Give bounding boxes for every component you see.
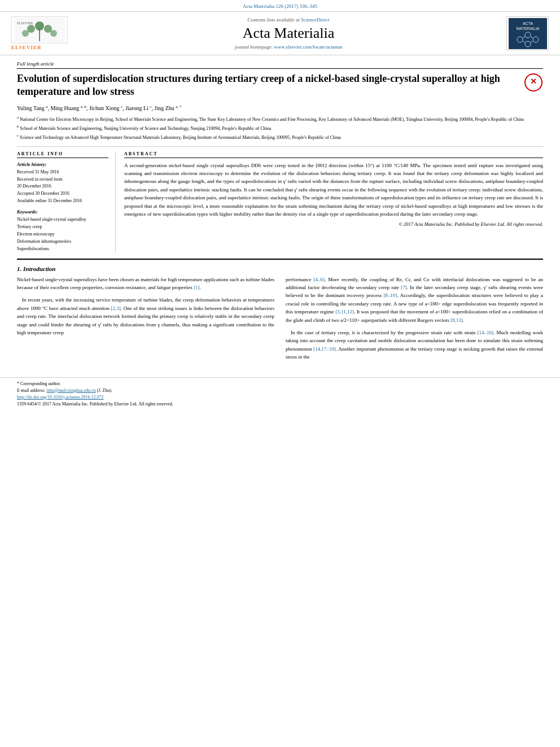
journal-url[interactable]: www.elsevier.com/locate/actamat xyxy=(274,44,342,50)
sciencedirect-link[interactable]: ScienceDirect xyxy=(301,17,329,23)
corresponding-author-note: * Corresponding author. xyxy=(17,381,543,386)
footer-copyright-text: 1359-6454/© 2017 Acta Materialia Inc. Pu… xyxy=(17,401,543,407)
affiliation-b: b School of Materials Science and Engine… xyxy=(17,124,543,132)
article-title-text: Evolution of superdislocation structures… xyxy=(17,72,523,99)
footer: * Corresponding author. E-mail address: … xyxy=(0,377,560,411)
intro-number: 1. xyxy=(17,265,23,272)
intro-label: Introduction xyxy=(23,265,55,272)
introduction-section: 1. Introduction Nickel-based single-crys… xyxy=(17,259,543,366)
journal-citation-bar: Acta Materialia 126 (2017) 336–345 xyxy=(0,0,560,12)
svg-point-3 xyxy=(35,21,44,30)
author-2-aff: a, b xyxy=(81,104,86,109)
abstract-copyright: © 2017 Acta Materialia Inc. Published by… xyxy=(124,221,543,227)
crossmark-badge: ✕ xyxy=(523,72,543,92)
ref-4-6[interactable]: [4–6] xyxy=(314,277,325,282)
keywords-label: Keywords: xyxy=(17,209,108,215)
svg-text:ACTA: ACTA xyxy=(522,21,532,25)
keyword-1: Nickel-based single-crystal superalloy xyxy=(17,216,108,223)
journal-citation: Acta Materialia 126 (2017) 336–345 xyxy=(243,3,317,9)
available-online-date: Available online 31 December 2016 xyxy=(17,198,108,204)
page: Acta Materialia 126 (2017) 336–345 ELSEV… xyxy=(0,0,560,747)
doi-line: http://dx.doi.org/10.1016/j.actamat.2016… xyxy=(17,395,543,400)
author-4: Jiarong Li xyxy=(125,105,148,111)
keyword-2: Tertiary creep xyxy=(17,224,108,230)
article-type: Full length article xyxy=(17,61,543,69)
email-line: E-mail address: jzhu@mail.tsinghua.edu.c… xyxy=(17,388,543,393)
accepted-date: Accepted 30 December 2016 xyxy=(17,190,108,197)
svg-point-6 xyxy=(22,30,29,37)
author-5: Jing Zhu xyxy=(155,105,174,111)
svg-text:ELSEVIER: ELSEVIER xyxy=(17,21,33,25)
keyword-4: Deformation inhomogeneities xyxy=(17,238,108,245)
author-5-aff: a, * xyxy=(176,104,181,109)
elsevier-brand-text: ELSEVIER xyxy=(11,45,42,50)
abstract-text: A second-generation nickel-based single … xyxy=(124,161,543,219)
doi-link[interactable]: http://dx.doi.org/10.1016/j.actamat.2016… xyxy=(17,395,103,400)
affiliation-c: c Science and Technology on Advanced Hig… xyxy=(17,133,543,141)
svg-point-7 xyxy=(50,30,57,37)
article-body: Full length article Evolution of superdi… xyxy=(0,55,560,377)
intro-right-col: performance [4–6]. More recently, the co… xyxy=(286,276,543,366)
received-revised-date: Received in revised form 20 December 201… xyxy=(17,176,108,190)
affiliation-a: a National Center for Electron Microscop… xyxy=(17,115,543,123)
author-3: Jichun Xiong xyxy=(89,105,120,111)
authors-line: Yuling Tang a, Ming Huang a, b, Jichun X… xyxy=(17,104,543,111)
intro-para-2: In recent years, with the increasing ser… xyxy=(17,296,274,337)
author-4-aff: c xyxy=(150,104,151,109)
elsevier-tree-image: ELSEVIER xyxy=(11,16,68,43)
intro-para-4: In the case of tertiary creep, it is cha… xyxy=(286,329,543,361)
crossmark-icon: ✕ xyxy=(524,73,542,91)
ref-3-11-12[interactable]: [3,11,12] xyxy=(335,309,354,314)
ref-1[interactable]: [1] xyxy=(194,285,200,290)
intro-columns: Nickel-based single-crystal superalloys … xyxy=(17,276,543,366)
ref-14-16[interactable]: [14–16] xyxy=(478,330,494,335)
abstract-column: ABSTRACT A second-generation nickel-base… xyxy=(124,151,543,253)
journal-header-center: Contents lists available at ScienceDirec… xyxy=(73,17,504,50)
keyword-3: Electron microscopy xyxy=(17,231,108,238)
article-info-header: ARTICLE INFO xyxy=(17,151,108,158)
intro-left-col: Nickel-based single-crystal superalloys … xyxy=(17,276,274,366)
ref-8-10[interactable]: [8–10] xyxy=(383,292,397,298)
received-date: Received 31 May 2016 xyxy=(17,169,108,176)
journal-homepage: journal homepage: www.elsevier.com/locat… xyxy=(73,44,504,50)
journal-header: ELSEVIER ELSEVIER Contents lists availab… xyxy=(0,12,560,55)
keyword-5: Superdislocations xyxy=(17,246,108,252)
journal-name: Acta Materialia xyxy=(73,25,504,42)
svg-text:MATERIALIA: MATERIALIA xyxy=(516,27,539,30)
author-email-link[interactable]: jzhu@mail.tsinghua.edu.cn xyxy=(46,388,96,393)
journal-logo-right: ACTA MATERIALIA xyxy=(504,16,549,50)
contents-available: Contents lists available at ScienceDirec… xyxy=(73,17,504,23)
ref-2-3[interactable]: [2,3] xyxy=(111,305,121,311)
acta-materialia-logo: ACTA MATERIALIA xyxy=(506,16,549,50)
article-info-column: ARTICLE INFO Article history: Received 3… xyxy=(17,151,116,253)
intro-para-1: Nickel-based single-crystal superalloys … xyxy=(17,276,274,292)
elsevier-logo-area: ELSEVIER ELSEVIER xyxy=(11,16,73,50)
ref-14-17-19[interactable]: [14,17–19] xyxy=(313,346,336,352)
info-abstract-cols: ARTICLE INFO Article history: Received 3… xyxy=(17,151,543,253)
author-1-aff: a xyxy=(46,104,47,109)
author-3-aff: c xyxy=(121,104,123,109)
intro-para-3: performance [4–6]. More recently, the co… xyxy=(286,276,543,324)
author-1: Yuling Tang xyxy=(17,105,45,111)
affiliations-block: a National Center for Electron Microscop… xyxy=(17,115,543,147)
abstract-header: ABSTRACT xyxy=(124,151,543,158)
ref-8-13[interactable]: [8,13] xyxy=(450,317,463,323)
article-history-label: Article history: xyxy=(17,161,108,167)
ref-7[interactable]: [7] xyxy=(401,285,407,290)
intro-title: 1. Introduction xyxy=(17,265,543,272)
article-title-block: Evolution of superdislocation structures… xyxy=(17,72,543,99)
author-2: Ming Huang xyxy=(50,105,79,111)
